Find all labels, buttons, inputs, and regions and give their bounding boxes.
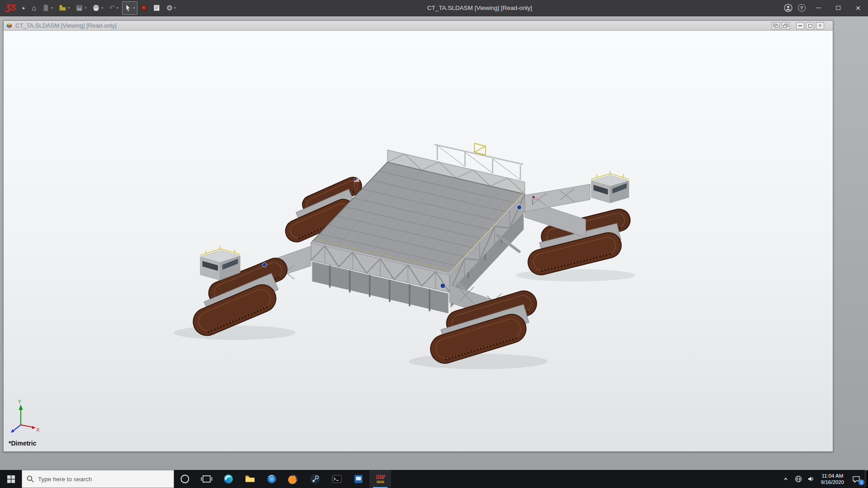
taskbar-app-window-button[interactable] bbox=[348, 470, 369, 488]
rebuild-icon bbox=[141, 5, 147, 11]
solidworks-year-label: 2020 bbox=[377, 480, 384, 484]
close-icon: × bbox=[855, 4, 860, 12]
solidworks-logo-text: SW bbox=[376, 474, 385, 480]
volume-icon bbox=[807, 475, 815, 483]
start-button[interactable] bbox=[0, 470, 22, 488]
file-properties-icon bbox=[153, 4, 160, 12]
rebuild-button[interactable] bbox=[139, 2, 149, 14]
help-button[interactable]: ? bbox=[795, 0, 808, 16]
save-button[interactable]: ▾ bbox=[73, 2, 89, 14]
taskbar-steam-button[interactable] bbox=[304, 470, 326, 488]
dassault-logo-icon: ƷS bbox=[5, 3, 16, 13]
tray-expand-button[interactable] bbox=[779, 470, 792, 488]
print-icon bbox=[92, 4, 100, 12]
document-window: CT_TA.SLDASM [Viewing] [Read-only] × bbox=[3, 20, 833, 452]
help-icon: ? bbox=[798, 4, 806, 12]
new-window-icon bbox=[773, 23, 778, 28]
account-icon bbox=[784, 4, 793, 12]
clock-date: 9/16/2020 bbox=[821, 479, 844, 485]
document-title: CT_TA.SLDASM [Viewing] [Read-only] bbox=[15, 22, 117, 29]
solidworks-icon: SW 2020 bbox=[376, 474, 385, 484]
system-tray: 11:04 AM 9/16/2020 2 bbox=[779, 470, 868, 488]
options-button[interactable]: ⚙ ▾ bbox=[164, 2, 178, 14]
browser-icon bbox=[266, 473, 278, 485]
triad-x-label: X bbox=[36, 427, 40, 432]
network-icon bbox=[795, 475, 802, 483]
solidworks-logo: ƷS bbox=[0, 3, 21, 13]
caret-icon: ▾ bbox=[174, 6, 176, 10]
maximize-icon bbox=[836, 6, 840, 10]
select-cursor-icon bbox=[124, 4, 132, 12]
home-button[interactable]: ⌂ bbox=[30, 2, 39, 14]
action-center-button[interactable]: 2 bbox=[848, 470, 865, 488]
firefox-icon bbox=[288, 473, 299, 485]
doc-pane-button-1[interactable] bbox=[772, 22, 780, 29]
caret-icon: ▾ bbox=[133, 6, 135, 10]
cascade-window-icon bbox=[783, 23, 788, 28]
doc-minimize-icon bbox=[798, 25, 802, 26]
close-button[interactable]: × bbox=[848, 0, 868, 16]
clock-time: 11:04 AM bbox=[821, 473, 844, 479]
doc-close-icon: × bbox=[818, 23, 821, 28]
edge-icon bbox=[222, 473, 234, 485]
minimize-button[interactable] bbox=[808, 0, 828, 16]
menus-expand-arrow[interactable]: ▸ bbox=[23, 5, 25, 11]
terminal-icon bbox=[331, 473, 343, 485]
taskbar-solidworks-button[interactable]: SW 2020 bbox=[369, 470, 391, 488]
show-desktop-button[interactable] bbox=[865, 470, 868, 488]
view-orientation-label: *Dimetric bbox=[9, 440, 36, 447]
taskbar-edge-button[interactable] bbox=[217, 470, 239, 488]
cortana-icon bbox=[179, 473, 191, 485]
file-properties-button[interactable] bbox=[151, 2, 163, 14]
volume-button[interactable] bbox=[805, 470, 817, 488]
open-button[interactable]: ▾ bbox=[57, 2, 72, 14]
quick-access-toolbar: ⌂ ▾ ▾ ▾ ▾ ↶ ▾ ▾ bbox=[30, 1, 179, 15]
minimize-icon bbox=[816, 8, 821, 8]
taskbar-file-explorer-button[interactable] bbox=[239, 470, 261, 488]
screen: ƷS ▸ ⌂ ▾ ▾ ▾ ▾ ↶ bbox=[0, 0, 868, 488]
orientation-triad[interactable]: Y X bbox=[11, 399, 40, 433]
caret-icon: ▾ bbox=[68, 6, 70, 10]
search-input[interactable] bbox=[38, 476, 169, 483]
options-gear-icon: ⚙ bbox=[166, 4, 173, 12]
doc-maximize-button[interactable] bbox=[806, 22, 814, 29]
open-folder-icon bbox=[59, 4, 66, 12]
doc-close-button[interactable]: × bbox=[816, 22, 824, 29]
undo-button[interactable]: ↶ ▾ bbox=[107, 2, 120, 14]
taskbar-search[interactable] bbox=[22, 470, 174, 488]
doc-maximize-icon bbox=[808, 24, 812, 28]
app-titlebar: ƷS ▸ ⌂ ▾ ▾ ▾ ▾ ↶ bbox=[0, 0, 868, 16]
doc-minimize-button[interactable] bbox=[796, 22, 804, 29]
assembly-document-icon bbox=[6, 22, 13, 29]
caret-icon: ▾ bbox=[117, 6, 118, 10]
app-window-icon bbox=[353, 473, 364, 485]
maximize-button[interactable] bbox=[828, 0, 848, 16]
print-button[interactable]: ▾ bbox=[90, 2, 105, 14]
account-button[interactable] bbox=[781, 0, 795, 16]
taskbar-terminal-button[interactable] bbox=[326, 470, 348, 488]
search-icon bbox=[27, 475, 34, 483]
taskbar-browser-button[interactable] bbox=[261, 470, 283, 488]
start-icon bbox=[7, 475, 15, 483]
home-icon: ⌂ bbox=[32, 4, 37, 12]
new-document-icon bbox=[42, 4, 50, 12]
taskbar-firefox-button[interactable] bbox=[283, 470, 304, 488]
doc-pane-button-2[interactable] bbox=[782, 22, 790, 29]
taskbar-task-view-button[interactable] bbox=[196, 470, 217, 488]
caret-icon: ▾ bbox=[101, 6, 103, 10]
notification-badge: 2 bbox=[859, 479, 864, 485]
graphics-area[interactable]: Y X *Dimetric bbox=[4, 31, 833, 451]
app-title: CT_TA.SLDASM [Viewing] [Read-only] bbox=[178, 5, 781, 11]
network-button[interactable] bbox=[792, 470, 805, 488]
save-icon bbox=[75, 4, 83, 12]
taskbar-clock[interactable]: 11:04 AM 9/16/2020 bbox=[817, 473, 848, 485]
select-tool-button[interactable]: ▾ bbox=[122, 1, 137, 15]
titlebar-right-controls: ? × bbox=[781, 0, 868, 16]
model-cab-right bbox=[525, 171, 629, 211]
taskbar-cortana-button[interactable] bbox=[174, 470, 196, 488]
document-window-controls: × bbox=[772, 22, 830, 29]
new-document-button[interactable]: ▾ bbox=[40, 2, 55, 14]
model-3d-view: Y X bbox=[4, 31, 833, 451]
file-explorer-icon bbox=[244, 473, 256, 485]
document-titlebar[interactable]: CT_TA.SLDASM [Viewing] [Read-only] × bbox=[4, 21, 833, 31]
